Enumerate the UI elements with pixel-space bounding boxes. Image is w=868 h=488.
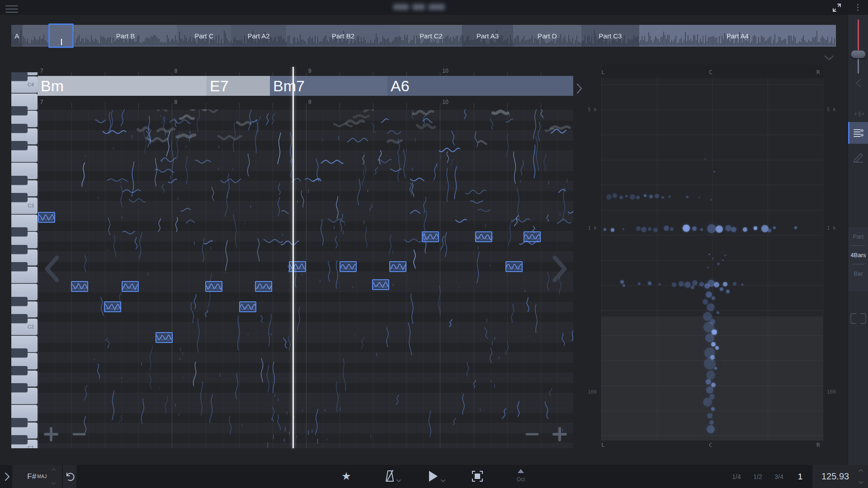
- piano-black-key[interactable]: [11, 245, 28, 254]
- clip-playhead-tick: [61, 39, 62, 45]
- selected-note-box[interactable]: [372, 279, 389, 290]
- selected-note-box[interactable]: [205, 281, 222, 292]
- zoom-in-right-button[interactable]: [552, 427, 567, 442]
- key-down-icon[interactable]: [51, 482, 57, 485]
- part-clip-label: Part A4: [639, 25, 836, 47]
- scroll-left-button[interactable]: [43, 254, 62, 283]
- quantize-3-4[interactable]: 3/4: [774, 465, 783, 488]
- selected-note-box[interactable]: [104, 301, 121, 312]
- resize-window-icon[interactable]: [832, 3, 842, 13]
- piano-black-key[interactable]: [11, 314, 28, 323]
- menu-icon[interactable]: [5, 3, 18, 12]
- piano-black-key[interactable]: [11, 418, 28, 427]
- metronome-button[interactable]: [383, 469, 396, 483]
- more-options-icon[interactable]: [855, 3, 860, 13]
- key-up-icon[interactable]: [51, 468, 57, 471]
- piano-black-key[interactable]: [11, 435, 28, 444]
- chord-block-bm7[interactable]: Bm7: [270, 76, 387, 96]
- piano-black-key[interactable]: [11, 348, 28, 357]
- key-mode-label: MAJ: [37, 474, 47, 479]
- loop-frame-icon: [472, 470, 483, 482]
- part-clip-part-b[interactable]: Part B: [74, 25, 177, 47]
- star-icon: ★: [341, 471, 351, 482]
- piano-black-key[interactable]: [11, 297, 28, 306]
- selected-note-box[interactable]: [71, 281, 88, 292]
- selected-note-box[interactable]: [38, 212, 55, 223]
- collapse-panel-chevron-icon[interactable]: [824, 55, 835, 61]
- loop-region-button[interactable]: [471, 469, 484, 483]
- favorite-button[interactable]: ★: [340, 469, 352, 483]
- zoom-mode-4bars[interactable]: 4Bars: [848, 246, 868, 264]
- expand-chevron-icon[interactable]: [4, 472, 11, 482]
- zoom-out-right-button[interactable]: [524, 427, 540, 442]
- tool-notes-list-selected[interactable]: [848, 122, 868, 144]
- scroll-right-button[interactable]: [550, 254, 569, 283]
- piano-black-key[interactable]: [11, 366, 28, 375]
- piano-black-key[interactable]: [11, 106, 28, 115]
- selection-frame-icon[interactable]: [848, 312, 868, 325]
- tune-sparkle-icon[interactable]: [848, 108, 868, 120]
- bpm-down-icon[interactable]: [858, 481, 863, 484]
- part-clip-a[interactable]: A: [11, 25, 23, 47]
- part-clip-label: Part A3: [462, 25, 513, 47]
- octave-control[interactable]: Oct: [512, 467, 530, 483]
- volume-slider-knob[interactable]: [851, 50, 866, 58]
- part-clip-part-d[interactable]: Part D: [513, 25, 581, 47]
- bpm-up-icon[interactable]: [858, 469, 863, 472]
- selected-note-box[interactable]: [122, 281, 139, 292]
- play-button[interactable]: [427, 469, 439, 483]
- piano-keyboard[interactable]: C4C3C2C1: [11, 72, 38, 448]
- piano-black-key[interactable]: [11, 227, 28, 236]
- piano-black-key[interactable]: [11, 176, 28, 185]
- selected-note-box[interactable]: [475, 231, 492, 242]
- part-clip-label: Part B: [74, 25, 177, 47]
- selected-note-box[interactable]: [422, 231, 439, 242]
- selected-note-box[interactable]: [255, 281, 272, 292]
- undo-button[interactable]: [63, 465, 76, 488]
- part-clip-part-c2[interactable]: Part C2: [400, 25, 462, 47]
- pitch-editor-canvas[interactable]: [38, 63, 573, 448]
- part-clip-part-a2[interactable]: Part A2: [231, 25, 286, 47]
- key-signature-control[interactable]: F# MAJ: [12, 465, 62, 488]
- part-clip-part-c3[interactable]: Part C3: [581, 25, 639, 47]
- piano-black-key[interactable]: [11, 262, 28, 271]
- quantize-1-4[interactable]: 1/4: [732, 465, 741, 488]
- back-chevron-icon[interactable]: [848, 78, 868, 88]
- piano-black-key[interactable]: [11, 193, 28, 202]
- chord-label: Bm: [38, 76, 64, 96]
- quantize-1-2[interactable]: 1/2: [753, 465, 762, 488]
- part-clip-part-a3[interactable]: Part A3: [462, 25, 513, 47]
- quantize-1-selected[interactable]: 1: [798, 465, 803, 488]
- zoom-mode-bar[interactable]: Bar: [848, 264, 868, 282]
- zoom-mode-part[interactable]: Part: [848, 227, 868, 245]
- part-clip-part-b2[interactable]: Part B2: [286, 25, 400, 47]
- chord-block-e7[interactable]: E7: [207, 76, 270, 96]
- piano-black-key[interactable]: [11, 124, 28, 133]
- selected-note-box[interactable]: [524, 231, 541, 242]
- zoom-out-button[interactable]: [71, 427, 87, 442]
- selected-note-box[interactable]: [389, 261, 406, 272]
- arrangement-timeline[interactable]: APart BPart CPart A2Part B2Part C2Part A…: [0, 25, 868, 47]
- piano-black-key[interactable]: [11, 141, 28, 150]
- part-clip-part-c[interactable]: Part C: [177, 25, 231, 47]
- pencil-edit-icon[interactable]: [848, 150, 868, 163]
- selected-note-box[interactable]: [340, 261, 357, 272]
- part-clip-label: A: [11, 25, 23, 47]
- selected-note-box[interactable]: [289, 261, 306, 272]
- piano-black-key[interactable]: [11, 72, 28, 81]
- part-clip-untitled[interactable]: [23, 25, 48, 47]
- chord-next-icon[interactable]: [575, 82, 583, 95]
- piano-black-key[interactable]: [11, 383, 28, 392]
- selected-note-box[interactable]: [239, 301, 256, 312]
- selected-note-box[interactable]: [505, 261, 523, 272]
- part-clip-selected[interactable]: [48, 23, 74, 48]
- metronome-options-chevron-icon[interactable]: [396, 479, 401, 483]
- playhead[interactable]: [292, 67, 294, 448]
- chord-block-a6[interactable]: A6: [387, 76, 573, 96]
- part-clip-part-a4[interactable]: Part A4: [639, 25, 836, 47]
- play-options-chevron-icon[interactable]: [440, 479, 446, 483]
- tempo-control[interactable]: 125.93: [812, 465, 868, 488]
- selected-note-box[interactable]: [156, 332, 173, 343]
- zoom-in-button[interactable]: [43, 427, 59, 442]
- chord-block-bm[interactable]: Bm: [38, 76, 207, 96]
